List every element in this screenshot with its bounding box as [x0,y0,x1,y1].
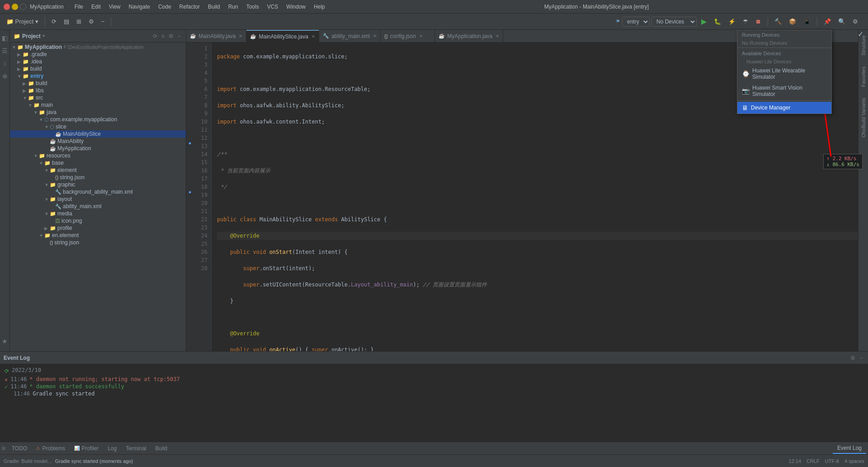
tree-mainabilityslice[interactable]: ▶ ☕ MainAbilitySlice [10,130,186,138]
tab-myapplication-close[interactable]: ✕ [495,33,499,38]
panel-sync-button[interactable]: ⟳ [151,32,159,40]
settings-gear-button[interactable]: ⚙ [86,17,97,26]
tree-entry[interactable]: ▼ 📁 entry [10,72,186,80]
menu-help[interactable]: Help [310,2,329,12]
tab-mainability-close[interactable]: ✕ [239,33,242,38]
tab-mainabilityslice-close[interactable]: ✕ [311,34,315,39]
device-selector[interactable]: No Devices [651,17,697,27]
tree-resources[interactable]: ▼ 📁 resources [10,152,186,159]
tree-graphic[interactable]: ▼ 📁 graphic [10,181,186,188]
left-icon-4[interactable]: ⊕ [0,71,9,81]
tab-config-close[interactable]: ✕ [419,33,423,38]
tree-entry-label: entry [30,73,43,79]
panel-minimize-button[interactable]: − [176,32,182,40]
gutter-marker-13[interactable]: ● [186,140,193,148]
tree-en-element[interactable]: ▼ 📁 en.element [10,232,186,239]
maximize-button[interactable] [20,4,26,10]
debug-button[interactable]: 🐛 [711,17,724,26]
dropdown-device-1[interactable]: ⌚ Huawei Lite Wearable Simulator [737,65,831,82]
panel-settings-button[interactable]: ⚙ [167,32,175,40]
log-settings-button[interactable]: ⚙ [849,354,857,362]
left-icon-3[interactable]: ↕ [1,58,8,69]
bottom-tab-todo[interactable]: TODO [7,443,32,453]
tab-ability-main-close[interactable]: ✕ [373,33,377,38]
tree-build-root[interactable]: ▶ 📁 build [10,65,186,72]
build-button[interactable]: ▤ [61,17,72,26]
project-dropdown-button[interactable]: 📁 Project ▾ [4,17,41,26]
left-icon-1[interactable]: ◧ [0,33,9,43]
tab-ability-main[interactable]: 🔧 ability_main.xml ✕ [319,30,381,42]
search-everywhere-button[interactable]: 🔍 [835,17,848,26]
menu-code[interactable]: Code [155,2,175,12]
hammer-build-button[interactable]: 🔨 [772,17,784,26]
menu-window[interactable]: Window [283,2,309,12]
tree-gradle[interactable]: ▶ 📁 .gradle [10,51,186,58]
left-icon-5[interactable]: ★ [0,336,9,347]
tree-build-entry[interactable]: ▶ 📁 build [10,80,186,87]
tree-icon-png[interactable]: ▶ 🖼 icon.png [10,217,186,224]
structure-button[interactable]: ⊞ [74,17,84,26]
tree-element[interactable]: ▼ 📁 element [10,167,186,174]
bottom-tab-terminal[interactable]: Terminal [121,443,151,453]
right-tab-favorites[interactable]: Favorites [860,63,867,91]
tree-src[interactable]: ▼ 📁 src [10,94,186,101]
network-speed-overlay: ↑ 2.2 KB/s ↓ 86.6 KB/s [823,154,863,169]
gutter-marker-19[interactable]: ● [186,189,193,197]
tree-media[interactable]: ▼ 📁 media [10,210,186,217]
menu-edit[interactable]: Edit [88,2,104,12]
tab-mainability[interactable]: ☕ MainAbility.java ✕ [186,30,246,42]
tab-config[interactable]: {} config.json ✕ [381,30,435,42]
stop-button[interactable]: ⏹ [753,17,764,26]
left-icon-2[interactable]: ☰ [0,45,9,56]
right-tab-ohobuild[interactable]: OhoBuild Variants [860,94,867,141]
tree-root[interactable]: ▼ 📁 MyApplication F:\DevEcoStudioProject… [10,43,186,51]
tree-main[interactable]: ▼ 📁 main [10,101,186,109]
settings-main-button[interactable]: ⚙ [850,17,861,26]
tree-slice[interactable]: ▼ ⬡ slice [10,123,186,130]
minimize-button[interactable] [12,4,18,10]
tree-idea[interactable]: ▶ 📁 .idea [10,58,186,65]
avd-button[interactable]: 📱 [801,17,813,26]
close-button[interactable] [4,4,10,10]
log-minimize-button[interactable]: − [859,354,864,362]
menu-file[interactable]: File [71,2,87,12]
run-button[interactable]: ▶ [698,16,709,27]
tab-myapplication[interactable]: ☕ MyApplication.java ✕ [435,30,503,42]
sdk-manager-button[interactable]: 📦 [786,17,799,26]
menu-tools[interactable]: Tools [243,2,263,12]
bottom-tab-problems[interactable]: ⚠ Problems [32,443,70,453]
profile-run-button[interactable]: ⚡ [726,17,738,26]
menu-navigate[interactable]: Navigate [125,2,154,12]
tree-mainability[interactable]: ▶ ☕ MainAbility [10,138,186,145]
device-manager-item[interactable]: 🖥 Device Manager [737,102,831,114]
entry-selector[interactable]: entry [622,17,650,27]
tree-string-json[interactable]: ▶ {} string.json [10,174,186,181]
tree-en-string[interactable]: ▶ {} string.json [10,239,186,246]
bottom-tab-build[interactable]: Build [151,443,172,453]
tree-layout[interactable]: ▼ 📁 layout [10,195,186,203]
coverage-button[interactable]: ☂ [740,17,751,26]
bottom-tab-eventlog[interactable]: Event Log [833,443,866,454]
tree-myapplication-file[interactable]: ▶ ☕ MyApplication [10,145,186,152]
menu-run[interactable]: Run [225,2,242,12]
tree-java[interactable]: ▼ 📁 java [10,109,186,116]
problems-icon: ⚠ [36,446,40,451]
dropdown-device-2[interactable]: 📷 Huawei Smart Vision Simulator [737,82,831,100]
tab-mainabilityslice[interactable]: ☕ MainAbilitySlice.java ✕ [246,30,319,42]
menu-refactor[interactable]: Refactor [176,2,203,12]
menu-build[interactable]: Build [204,2,224,12]
bottom-tab-profiler[interactable]: 📊 Profiler [70,443,103,453]
tree-ability-xml[interactable]: ▶ 🔧 ability_main.xml [10,203,186,210]
pin-button[interactable]: 📌 [821,17,834,26]
tree-bg-xml[interactable]: ▶ 🔧 background_ability_main.xml [10,188,186,195]
tree-com-pkg[interactable]: ▼ ⬡ com.example.myapplication [10,116,186,123]
sync-button[interactable]: ⟳ [49,17,59,26]
tree-base[interactable]: ▼ 📁 base [10,159,186,167]
bottom-tab-log[interactable]: Log [103,443,121,453]
minimize-panel-button[interactable]: − [99,17,108,26]
tree-libs[interactable]: ▶ 📁 libs [10,87,186,94]
tree-profile[interactable]: ▶ 📁 profile [10,224,186,232]
menu-vcs[interactable]: VCS [264,2,282,12]
menu-view[interactable]: View [105,2,124,12]
panel-collapse-button[interactable]: ≡ [160,32,166,40]
